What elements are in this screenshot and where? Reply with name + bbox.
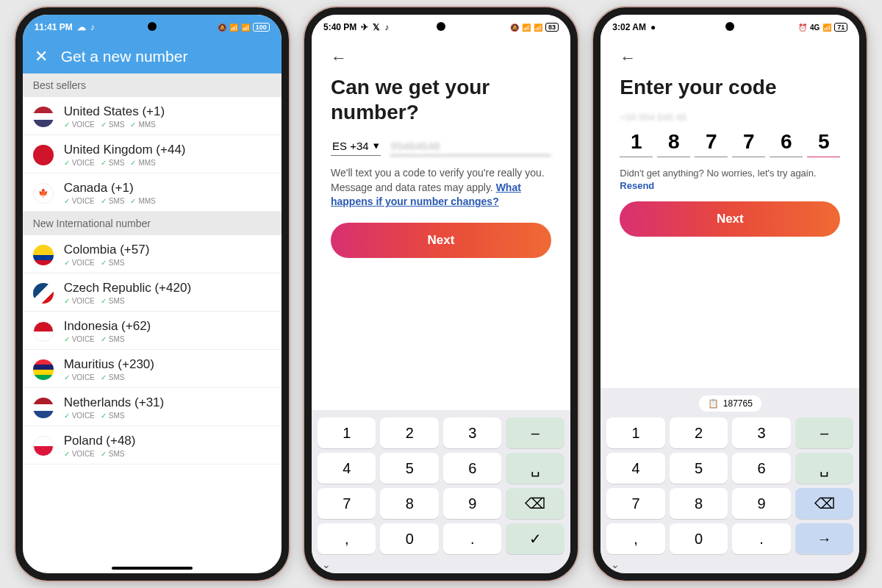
feature-badge: ✓SMS [101,259,125,267]
close-icon[interactable]: ✕ [35,47,48,66]
signal-4g-icon: 4G [810,24,820,32]
battery-indicator: 83 [545,23,559,32]
keypad-key-2[interactable]: 2 [670,417,728,448]
keypad-key-–[interactable]: – [506,417,564,448]
keypad-key-7[interactable]: 7 [318,488,376,519]
feature-badge: ✓SMS [101,335,125,343]
signal-icon: 📶 [522,24,531,32]
keypad-key-9[interactable]: 9 [732,488,791,519]
country-row[interactable]: Mauritius (+230)✓VOICE✓SMS [23,350,282,388]
keypad-key-–[interactable]: – [795,417,854,448]
wifi-icon: 📶 [241,24,250,32]
feature-badge: ✓VOICE [64,197,95,205]
code-digit: 7 [732,130,765,157]
keypad-key-5[interactable]: 5 [380,453,439,484]
country-row[interactable]: Poland (+48)✓VOICE✓SMS [23,426,282,465]
phone-number-input[interactable]: 95464648 [390,137,551,156]
feature-badge: ✓SMS [101,159,125,167]
signal-icon: 📶 [229,24,238,32]
country-row[interactable]: United Kingdom (+44)✓VOICE✓SMS✓MMS [23,135,282,173]
feature-badges: ✓VOICE✓SMS [64,335,271,343]
country-row[interactable]: Czech Republic (+420)✓VOICE✓SMS [23,273,282,312]
keypad-key-.[interactable]: . [732,523,791,554]
feature-badges: ✓VOICE✓SMS [64,373,271,381]
keypad-key-3[interactable]: 3 [443,417,502,448]
home-indicator[interactable] [112,567,193,570]
code-input[interactable]: 187765 [620,130,840,157]
feature-badges: ✓VOICE✓SMS [64,259,271,267]
feature-badge: ✓MMS [130,121,155,129]
phone-enter-code: 3:02 AM ● ⏰ 4G 📶 71 ← Enter your code +3… [593,7,867,581]
keypad-key-3[interactable]: 3 [732,417,791,448]
country-name: Netherlands (+31) [64,395,271,410]
feature-badges: ✓VOICE✓SMS✓MMS [64,121,271,129]
country-row[interactable]: 🍁Canada (+1)✓VOICE✓SMS✓MMS [23,173,282,212]
resend-link[interactable]: Resend [620,180,840,191]
keypad-key-,[interactable]: , [606,523,665,554]
front-camera [148,22,157,31]
country-code-select[interactable]: ES +34 ▾ [331,136,381,156]
keypad-key-→[interactable]: → [795,523,854,554]
code-digit: 5 [807,130,840,157]
chevron-down-icon: ▾ [373,139,379,152]
next-button[interactable]: Next [620,201,840,237]
paste-icon: 📋 [708,398,719,409]
keyboard-collapse-icon[interactable]: ⌄ [318,554,564,570]
keypad-key-2[interactable]: 2 [380,417,439,448]
feature-badge: ✓VOICE [64,297,95,305]
keypad-key-8[interactable]: 8 [380,488,439,519]
next-button[interactable]: Next [331,223,551,258]
code-suggestion-chip[interactable]: 📋 187765 [699,395,761,412]
back-icon[interactable]: ← [620,46,840,75]
feature-badge: ✓VOICE [64,373,95,381]
numeric-keyboard: 123–456␣789⌫,0.✓ ⌄ [312,410,570,573]
keyboard-collapse-icon[interactable]: ⌄ [606,554,853,570]
flag-icon [33,245,54,265]
flag-icon [33,321,54,342]
battery-indicator: 71 [834,23,847,32]
country-row[interactable]: United States (+1)✓VOICE✓SMS✓MMS [23,97,282,135]
keypad-key-1[interactable]: 1 [606,417,665,448]
country-row[interactable]: Colombia (+57)✓VOICE✓SMS [23,235,282,273]
flag-icon [33,283,54,304]
phone-enter-number: 5:40 PM ✈ 𝕏 ♪ 🔕 📶 📶 83 ← Can we get your… [304,7,578,581]
no-code-text: Didn't get anything? No worries, let's t… [620,168,840,179]
country-row[interactable]: Indonesia (+62)✓VOICE✓SMS [23,312,282,350]
keypad-key-0[interactable]: 0 [380,523,439,554]
keypad-key-.[interactable]: . [443,523,502,554]
keypad-key-6[interactable]: 6 [443,453,502,484]
feature-badges: ✓VOICE✓SMS✓MMS [64,197,271,205]
keypad-key-✓[interactable]: ✓ [506,523,564,554]
country-name: United States (+1) [64,104,271,119]
keypad-key-9[interactable]: 9 [443,488,502,519]
code-digit: 1 [620,130,653,157]
feature-badge: ✓VOICE [64,121,95,129]
feature-badge: ✓SMS [101,373,125,381]
keypad-key-7[interactable]: 7 [606,488,665,519]
wifi-icon: 📶 [534,24,542,32]
keypad-key-4[interactable]: 4 [606,453,665,484]
keypad-key-⌫[interactable]: ⌫ [506,488,564,519]
country-row[interactable]: Netherlands (+31)✓VOICE✓SMS [23,388,282,426]
country-name: Indonesia (+62) [64,319,271,334]
feature-badge: ✓MMS [130,159,155,167]
feature-badge: ✓SMS [101,297,125,305]
country-scroll-list[interactable]: Best sellersUnited States (+1)✓VOICE✓SMS… [23,74,282,573]
alarm-icon: ⏰ [798,24,807,32]
keypad-key-0[interactable]: 0 [670,523,728,554]
keypad-key-␣[interactable]: ␣ [795,453,854,484]
keypad-key-6[interactable]: 6 [732,453,791,484]
keypad-key-5[interactable]: 5 [670,453,728,484]
signal-icon: 📶 [822,24,831,32]
x-icon: 𝕏 [373,22,380,32]
keypad-key-8[interactable]: 8 [670,488,728,519]
keypad-key-1[interactable]: 1 [318,417,376,448]
keypad-key-⌫[interactable]: ⌫ [795,488,854,519]
cloud-icon: ☁ [77,22,86,32]
feature-badge: ✓VOICE [64,159,95,167]
keypad-key-,[interactable]: , [318,523,376,554]
keypad-key-␣[interactable]: ␣ [506,453,564,484]
keypad-key-4[interactable]: 4 [318,453,376,484]
back-icon[interactable]: ← [331,46,551,75]
telegram-icon: ✈ [361,22,368,32]
